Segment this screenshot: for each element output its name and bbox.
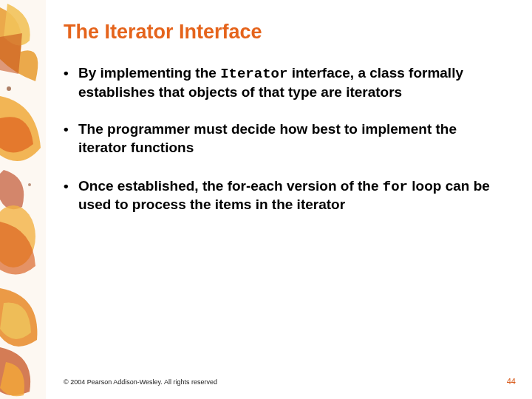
bullet-list: By implementing the Iterator interface, … [64, 64, 502, 214]
bullet-item: Once established, the for-each version o… [64, 177, 502, 214]
copyright-text: © 2004 Pearson Addison-Wesley. All right… [64, 378, 217, 386]
bullet-text-pre: By implementing the [78, 65, 220, 81]
code-span: Iterator [220, 66, 287, 82]
svg-point-3 [28, 183, 31, 186]
decorative-leaf-strip [0, 0, 46, 399]
bullet-text-pre: Once established, the for-each version o… [78, 178, 383, 194]
svg-point-2 [7, 86, 11, 91]
slide-title: The Iterator Interface [64, 21, 502, 44]
bullet-item: The programmer must decide how best to i… [64, 120, 502, 157]
slide-content: The Iterator Interface By implementing t… [64, 21, 502, 233]
code-span: for [383, 179, 408, 195]
page-number: 44 [507, 377, 516, 386]
bullet-item: By implementing the Iterator interface, … [64, 64, 502, 101]
bullet-text-pre: The programmer must decide how best to i… [78, 121, 457, 155]
